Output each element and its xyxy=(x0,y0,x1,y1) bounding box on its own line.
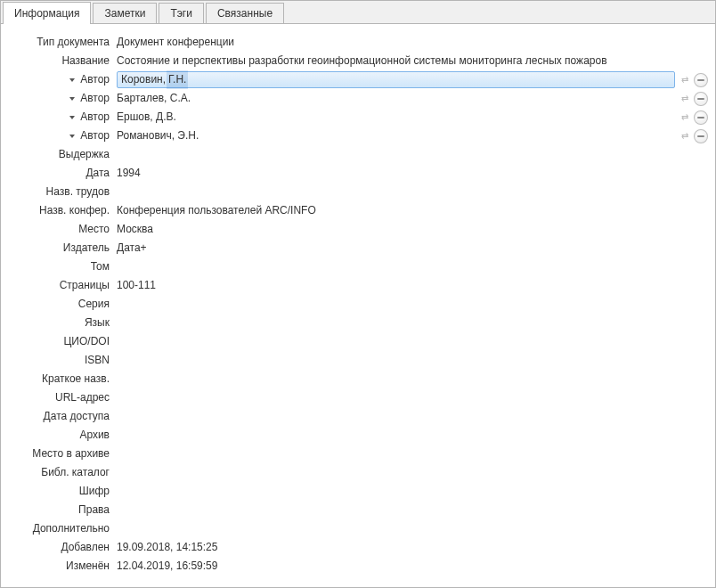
label-title: Название xyxy=(61,52,110,70)
value-pages[interactable]: 100-111 xyxy=(117,276,156,295)
label-short-title: Краткое назв. xyxy=(42,370,110,388)
label-series: Серия xyxy=(78,295,110,314)
remove-author-1-button[interactable] xyxy=(694,92,708,106)
remove-author-2-button[interactable] xyxy=(694,110,708,125)
label-language: Язык xyxy=(85,314,110,332)
author-value-2[interactable]: Ершов, Д.В. xyxy=(117,108,675,127)
label-archive: Архив xyxy=(79,426,110,445)
creator-type-dropdown-icon[interactable] xyxy=(69,135,75,138)
label-url: URL-адрес xyxy=(55,388,110,407)
tab-info[interactable]: Информация xyxy=(3,2,91,24)
value-added: 19.09.2018, 14:15:25 xyxy=(117,538,217,557)
value-modified: 12.04.2019, 16:59:59 xyxy=(117,557,217,576)
row-author-0: Автор Коровин, Г.Н. ⇄ xyxy=(6,70,710,89)
tab-bar: Информация Заметки Тэги Связанные xyxy=(1,1,715,24)
label-conf-name: Назв. конфер. xyxy=(39,201,110,220)
swap-name-icon[interactable]: ⇄ xyxy=(675,70,695,89)
info-body: Тип документа Документ конференции Назва… xyxy=(1,24,715,587)
label-author-2[interactable]: Автор xyxy=(80,108,110,127)
row-type: Тип документа Документ конференции xyxy=(6,33,710,52)
label-volume: Том xyxy=(91,257,110,276)
label-lib-catalog: Библ. каталог xyxy=(41,463,110,482)
author-value-1[interactable]: Барталев, С.А. xyxy=(117,89,675,108)
author-given-0[interactable]: Г.Н. xyxy=(167,70,188,89)
author-input-0[interactable]: Коровин, Г.Н. xyxy=(117,71,675,88)
label-author-3[interactable]: Автор xyxy=(80,127,110,145)
tab-related[interactable]: Связанные xyxy=(206,3,284,23)
label-doi: ЦИО/DOI xyxy=(63,332,110,351)
label-author-0[interactable]: Автор xyxy=(80,70,110,89)
label-date: Дата xyxy=(85,164,110,183)
label-loc-archive: Место в архиве xyxy=(32,445,110,463)
label-isbn: ISBN xyxy=(85,351,110,370)
author-value-3[interactable]: Романович, Э.Н. xyxy=(117,127,675,145)
label-extra: Дополнительно xyxy=(33,519,110,538)
creator-type-dropdown-icon[interactable] xyxy=(69,97,75,101)
remove-author-3-button[interactable] xyxy=(694,129,708,143)
row-title: Название Состояние и перспективы разрабо… xyxy=(6,52,710,70)
remove-author-0-button[interactable] xyxy=(694,73,708,87)
row-author-3: Автор Романович, Э.Н. ⇄ xyxy=(6,127,710,145)
label-rights: Права xyxy=(78,501,110,519)
creator-type-dropdown-icon[interactable] xyxy=(69,116,75,119)
label-proc-title: Назв. трудов xyxy=(46,183,110,201)
value-conf-name[interactable]: Конференция пользователей ARC/INFO xyxy=(117,201,316,220)
label-author-1[interactable]: Автор xyxy=(80,89,110,108)
tab-tags[interactable]: Тэги xyxy=(159,3,204,23)
swap-name-icon[interactable]: ⇄ xyxy=(675,89,695,108)
label-abstract: Выдержка xyxy=(59,145,110,164)
row-author-2: Автор Ершов, Д.В. ⇄ xyxy=(6,108,710,127)
value-type[interactable]: Документ конференции xyxy=(117,33,234,52)
tab-notes[interactable]: Заметки xyxy=(93,3,157,23)
label-access-date: Дата доступа xyxy=(44,407,110,426)
label-call-no: Шифр xyxy=(79,482,110,501)
creator-type-dropdown-icon[interactable] xyxy=(69,78,75,82)
label-pages: Страницы xyxy=(60,276,110,295)
row-author-1: Автор Барталев, С.А. ⇄ xyxy=(6,89,710,108)
value-publisher[interactable]: Дата+ xyxy=(117,239,147,257)
metadata-panel: Информация Заметки Тэги Связанные Тип до… xyxy=(0,0,716,588)
value-place[interactable]: Москва xyxy=(117,220,153,239)
label-modified: Изменён xyxy=(66,557,110,576)
swap-name-icon[interactable]: ⇄ xyxy=(675,127,695,145)
label-place: Место xyxy=(78,220,110,239)
label-added: Добавлен xyxy=(61,538,110,557)
label-type: Тип документа xyxy=(37,33,110,52)
value-title[interactable]: Состояние и перспективы разработки геоин… xyxy=(117,52,607,70)
author-surname-0[interactable]: Коровин, xyxy=(121,70,166,89)
swap-name-icon[interactable]: ⇄ xyxy=(675,108,695,127)
label-publisher: Издатель xyxy=(63,239,110,257)
value-date[interactable]: 1994 xyxy=(117,164,141,183)
